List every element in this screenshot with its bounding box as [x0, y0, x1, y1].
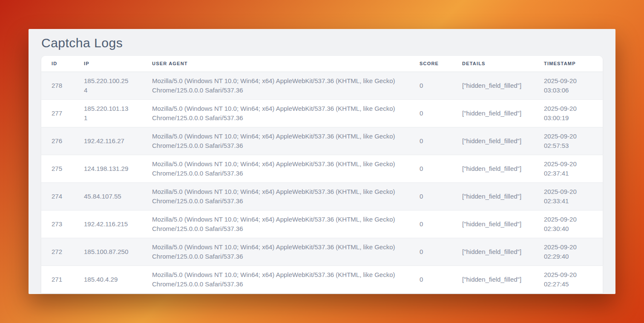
cell-user-agent: Mozilla/5.0 (Windows NT 10.0; Win64; x64… — [142, 238, 409, 265]
table-row: 275 124.198.131.29 Mozilla/5.0 (Windows … — [41, 155, 603, 182]
cell-score: 0 — [409, 99, 452, 127]
cell-ip: 185.220.101.131 — [74, 99, 142, 127]
cell-details: ["hidden_field_filled"] — [452, 210, 534, 238]
cell-id: 277 — [41, 99, 74, 127]
cell-user-agent: Mozilla/5.0 (Windows NT 10.0; Win64; x64… — [142, 155, 409, 182]
cell-score: 0 — [409, 127, 452, 155]
cell-id: 271 — [41, 265, 74, 293]
table-header-row: ID IP USER AGENT SCORE DETAILS TIMESTAMP — [41, 56, 603, 72]
cell-ip: 45.84.107.55 — [74, 182, 142, 210]
cell-details: ["hidden_field_filled"] — [452, 72, 534, 99]
column-header-details: DETAILS — [452, 56, 534, 72]
cell-timestamp: 2025-09-20 03:03:06 — [534, 72, 603, 99]
cell-user-agent: Mozilla/5.0 (Windows NT 10.0; Win64; x64… — [142, 210, 409, 238]
cell-timestamp: 2025-09-20 02:57:53 — [534, 127, 603, 155]
table-row: 271 185.40.4.29 Mozilla/5.0 (Windows NT … — [41, 265, 603, 293]
table-row: 278 185.220.100.254 Mozilla/5.0 (Windows… — [41, 72, 603, 99]
cell-id: 278 — [41, 72, 74, 99]
table-body: 278 185.220.100.254 Mozilla/5.0 (Windows… — [41, 72, 603, 293]
captcha-logs-table-container: ID IP USER AGENT SCORE DETAILS TIMESTAMP… — [41, 56, 603, 294]
cell-ip: 192.42.116.215 — [74, 210, 142, 238]
table-row: 273 192.42.116.215 Mozilla/5.0 (Windows … — [41, 210, 603, 238]
cell-timestamp: 2025-09-20 02:37:41 — [534, 155, 603, 182]
cell-score: 0 — [409, 182, 452, 210]
cell-details: ["hidden_field_filled"] — [452, 238, 534, 265]
cell-id: 272 — [41, 238, 74, 265]
cell-details: ["hidden_field_filled"] — [452, 155, 534, 182]
cell-id: 276 — [41, 127, 74, 155]
table-row: 272 185.100.87.250 Mozilla/5.0 (Windows … — [41, 238, 603, 265]
column-header-id: ID — [41, 56, 74, 72]
cell-score: 0 — [409, 238, 452, 265]
cell-timestamp: 2025-09-20 02:30:40 — [534, 210, 603, 238]
cell-id: 275 — [41, 155, 74, 182]
cell-user-agent: Mozilla/5.0 (Windows NT 10.0; Win64; x64… — [142, 99, 409, 127]
cell-id: 273 — [41, 210, 74, 238]
cell-user-agent: Mozilla/5.0 (Windows NT 10.0; Win64; x64… — [142, 72, 409, 99]
column-header-score: SCORE — [409, 56, 452, 72]
captcha-logs-table: ID IP USER AGENT SCORE DETAILS TIMESTAMP… — [41, 56, 603, 294]
column-header-user-agent: USER AGENT — [142, 56, 409, 72]
cell-score: 0 — [409, 210, 452, 238]
table-row: 274 45.84.107.55 Mozilla/5.0 (Windows NT… — [41, 182, 603, 210]
table-row: 277 185.220.101.131 Mozilla/5.0 (Windows… — [41, 99, 603, 127]
cell-ip: 185.40.4.29 — [74, 265, 142, 293]
page-title: Captcha Logs — [41, 36, 603, 50]
cell-details: ["hidden_field_filled"] — [452, 99, 534, 127]
gradient-background: { "page_title": "Captcha Logs", "colors"… — [0, 0, 644, 323]
cell-user-agent: Mozilla/5.0 (Windows NT 10.0; Win64; x64… — [142, 127, 409, 155]
column-header-ip: IP — [74, 56, 142, 72]
cell-ip: 185.100.87.250 — [74, 238, 142, 265]
cell-details: ["hidden_field_filled"] — [452, 182, 534, 210]
cell-ip: 124.198.131.29 — [74, 155, 142, 182]
cell-id: 274 — [41, 182, 74, 210]
cell-timestamp: 2025-09-20 02:27:45 — [534, 265, 603, 293]
captcha-logs-card: Captcha Logs ID IP USER AGENT SCORE DETA… — [29, 29, 615, 294]
cell-score: 0 — [409, 155, 452, 182]
cell-user-agent: Mozilla/5.0 (Windows NT 10.0; Win64; x64… — [142, 182, 409, 210]
cell-ip: 192.42.116.27 — [74, 127, 142, 155]
cell-timestamp: 2025-09-20 02:29:40 — [534, 238, 603, 265]
cell-score: 0 — [409, 265, 452, 293]
cell-details: ["hidden_field_filled"] — [452, 127, 534, 155]
table-row: 276 192.42.116.27 Mozilla/5.0 (Windows N… — [41, 127, 603, 155]
cell-details: ["hidden_field_filled"] — [452, 265, 534, 293]
cell-user-agent: Mozilla/5.0 (Windows NT 10.0; Win64; x64… — [142, 265, 409, 293]
cell-score: 0 — [409, 72, 452, 99]
cell-ip: 185.220.100.254 — [74, 72, 142, 99]
cell-timestamp: 2025-09-20 02:33:41 — [534, 182, 603, 210]
cell-timestamp: 2025-09-20 03:00:19 — [534, 99, 603, 127]
column-header-timestamp: TIMESTAMP — [534, 56, 603, 72]
